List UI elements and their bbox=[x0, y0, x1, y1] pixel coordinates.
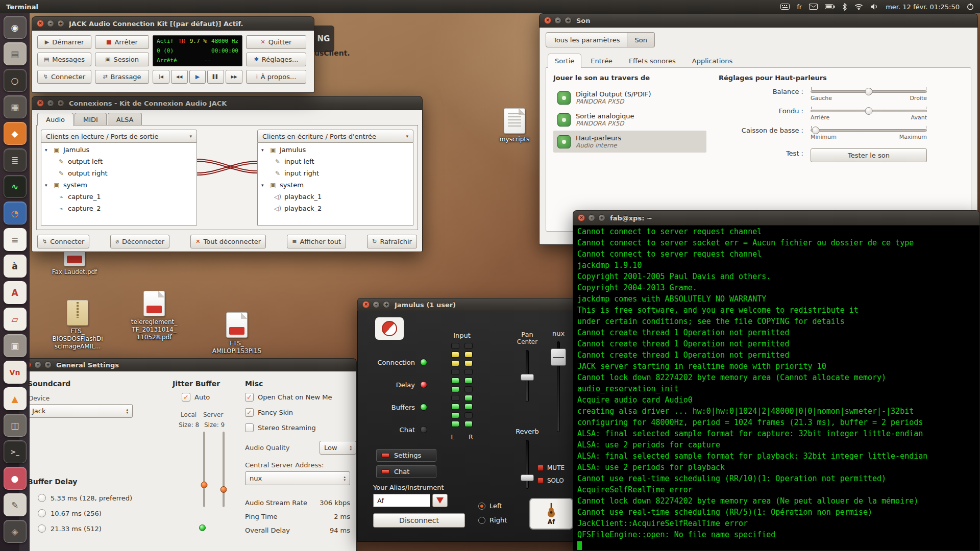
battery-icon[interactable] bbox=[825, 4, 835, 10]
checkbox[interactable] bbox=[245, 408, 254, 417]
keyboard-indicator-icon[interactable] bbox=[780, 4, 790, 10]
mute-row[interactable]: MUTE bbox=[537, 464, 565, 471]
slider-handle[interactable] bbox=[521, 474, 534, 481]
tree-port[interactable]: ⌁capture_1 bbox=[41, 191, 197, 203]
desktop-icon-fts-zip[interactable]: FTS_ BIOSDOSFlashDi scImageAMIL... bbox=[49, 300, 106, 350]
minimize-button[interactable]: – bbox=[554, 17, 561, 24]
tab-alsa[interactable]: ALSA bbox=[108, 113, 142, 126]
radio-button[interactable] bbox=[38, 524, 46, 533]
start-button[interactable]: ▶Démarrer bbox=[37, 35, 91, 49]
connect-button[interactable]: ↯Connecter bbox=[37, 235, 89, 248]
tab-sortie[interactable]: Sortie bbox=[548, 54, 581, 68]
ubuntu-software-icon[interactable]: ◆ bbox=[4, 122, 27, 145]
tree-group[interactable]: ▾▣Jamulus bbox=[41, 144, 197, 156]
checkbox[interactable] bbox=[245, 423, 254, 432]
desktop-icon-telereglement[interactable]: telereglement_ TF_20131014_ 110528.pdf bbox=[126, 291, 183, 341]
buffer-delay-option[interactable]: 21.33 ms (512) bbox=[38, 524, 132, 533]
all-settings-button[interactable]: Tous les paramètres bbox=[546, 32, 627, 47]
balance-slider[interactable] bbox=[811, 90, 927, 93]
device-combo[interactable]: Jack bbox=[28, 404, 133, 418]
message-indicator-icon[interactable] bbox=[809, 4, 818, 10]
server-jitter-slider[interactable] bbox=[220, 432, 227, 507]
buffer-delay-option[interactable]: 5.33 ms (128, preferred) bbox=[38, 494, 132, 502]
rewind-button[interactable]: ◀◀ bbox=[171, 70, 188, 84]
slider-handle[interactable] bbox=[220, 486, 227, 493]
utility-app-icon[interactable]: ◈ bbox=[4, 520, 27, 543]
wifi-icon[interactable] bbox=[854, 3, 863, 10]
close-button[interactable]: ✕ bbox=[37, 20, 44, 27]
input-panel-header[interactable]: Clients en écriture / Ports d'entrée▾ bbox=[257, 130, 413, 143]
tree-group[interactable]: ▾▣Jamulus bbox=[258, 144, 413, 156]
tab-audio[interactable]: Audio bbox=[37, 113, 74, 126]
red-a-app-icon[interactable]: A bbox=[4, 281, 27, 304]
disconnect-all-button[interactable]: ✕Tout déconnecter bbox=[190, 235, 266, 248]
test-sound-button[interactable]: Tester le son bbox=[811, 148, 927, 162]
sound-titlebar[interactable]: ✕ – + Son bbox=[539, 13, 978, 28]
tab-midi[interactable]: MIDI bbox=[75, 113, 107, 126]
fade-slider[interactable] bbox=[811, 110, 927, 112]
forward-button[interactable]: ▶▶ bbox=[226, 70, 242, 84]
tree-port[interactable]: ✎input left bbox=[258, 156, 413, 167]
disconnect-button[interactable]: ⌀Déconnecter bbox=[110, 235, 169, 248]
connections-titlebar[interactable]: ✕ – + Connexions - Kit de Connexion Audi… bbox=[32, 96, 423, 110]
local-jitter-slider[interactable] bbox=[201, 432, 207, 507]
refresh-button[interactable]: ↻Rafraîchir bbox=[367, 235, 417, 248]
text-editor-icon[interactable]: ≡ bbox=[4, 228, 27, 251]
connect-button[interactable]: ↯Connecter bbox=[37, 70, 91, 84]
chat-button[interactable]: Chat bbox=[376, 465, 436, 478]
terminal-app-icon[interactable]: >_ bbox=[4, 440, 27, 463]
right-radio-row[interactable]: Right bbox=[478, 516, 507, 524]
misc-checkbox-row[interactable]: Open Chat on New Me bbox=[245, 393, 355, 402]
expand-all-button[interactable]: ≡Afficher tout bbox=[287, 235, 346, 248]
tree-port[interactable]: ✎input right bbox=[258, 167, 413, 179]
files-icon[interactable]: ▤ bbox=[4, 42, 27, 65]
subwoofer-slider[interactable] bbox=[811, 129, 927, 132]
tree-port[interactable]: ✎output right bbox=[41, 167, 197, 179]
desktop-icon-fts-amilo[interactable]: FTS_ AMILOPi153Pi15 bbox=[208, 312, 265, 355]
search-icon[interactable]: ○ bbox=[4, 69, 27, 92]
solo-checkbox[interactable] bbox=[537, 478, 544, 484]
slider-handle[interactable] bbox=[812, 127, 820, 134]
media-app-icon[interactable]: ● bbox=[4, 467, 27, 490]
alias-input[interactable]: Af bbox=[373, 494, 430, 507]
tree-group[interactable]: ▾▣system bbox=[258, 179, 413, 191]
radio-button[interactable] bbox=[38, 509, 46, 517]
clock-label[interactable]: mer. 12 févr. 01:25:50 bbox=[886, 3, 960, 11]
general-settings-titlebar[interactable]: ✕ – + General Settings bbox=[19, 358, 357, 371]
tab-entree[interactable]: Entrée bbox=[583, 54, 620, 68]
disconnect-button[interactable]: Disconnect bbox=[373, 513, 465, 528]
misc-checkbox-row[interactable]: Stereo Streaming bbox=[245, 423, 355, 432]
auto-checkbox[interactable] bbox=[182, 393, 190, 402]
slider-handle[interactable] bbox=[865, 88, 873, 95]
session-button[interactable]: ▣Session bbox=[95, 53, 149, 66]
expander-icon[interactable]: ▾ bbox=[45, 147, 50, 153]
maximize-button[interactable]: + bbox=[383, 301, 390, 308]
current-panel-button[interactable]: Son bbox=[627, 32, 654, 47]
maximize-button[interactable]: + bbox=[565, 17, 572, 24]
tab-applications[interactable]: Applications bbox=[685, 54, 740, 68]
patchbay-button[interactable]: ⇄Brassage bbox=[95, 70, 149, 84]
oscilloscope-icon[interactable]: ∿ bbox=[4, 175, 27, 198]
stop-button[interactable]: ■Arrêter bbox=[95, 35, 149, 49]
bluetooth-icon[interactable] bbox=[842, 3, 847, 11]
minimize-button[interactable]: – bbox=[47, 20, 54, 27]
left-radio[interactable] bbox=[478, 503, 485, 510]
minimize-button[interactable]: – bbox=[47, 99, 54, 107]
slider-handle[interactable] bbox=[865, 107, 873, 115]
quit-button[interactable]: ✕Quitter bbox=[246, 35, 306, 49]
close-button[interactable]: ✕ bbox=[362, 301, 370, 308]
central-server-combo[interactable]: nux bbox=[245, 471, 350, 485]
pdf-reader-icon[interactable]: ▱ bbox=[4, 308, 27, 331]
firefox-icon[interactable]: ◔ bbox=[4, 202, 27, 224]
tree-port[interactable]: ◁)playback_2 bbox=[258, 203, 413, 214]
audio-quality-combo[interactable]: Low bbox=[320, 441, 356, 455]
maximize-button[interactable]: + bbox=[44, 361, 52, 368]
messages-button[interactable]: ▤Messages bbox=[37, 53, 91, 66]
desktop-icon-myscripts[interactable]: myscripts bbox=[486, 108, 543, 143]
jack-titlebar[interactable]: ✕ – + JACK Audio Connection Kit [(par dé… bbox=[32, 16, 314, 31]
tree-port[interactable]: ◁)playback_1 bbox=[258, 191, 413, 203]
auto-checkbox-row[interactable]: Auto bbox=[182, 393, 210, 402]
session-power-icon[interactable] bbox=[967, 3, 974, 10]
right-radio[interactable] bbox=[478, 517, 485, 524]
a-grave-app-icon[interactable]: à bbox=[4, 255, 27, 278]
